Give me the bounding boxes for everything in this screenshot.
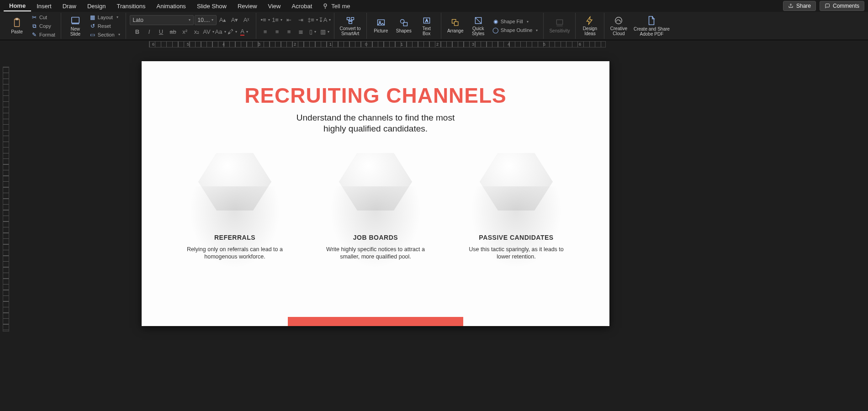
bullets-button[interactable]: •≡ — [260, 15, 271, 25]
picture-button[interactable]: Picture — [370, 13, 392, 39]
tab-design[interactable]: Design — [82, 1, 111, 11]
shape-outline-button[interactable]: ◯Shape Outline — [491, 26, 540, 34]
tab-view[interactable]: View — [263, 1, 286, 11]
tab-slideshow[interactable]: Slide Show — [191, 1, 232, 11]
decrease-font-icon: A▾ — [231, 16, 238, 23]
ruler-tick: 1 — [329, 42, 332, 47]
tab-draw[interactable]: Draw — [57, 1, 82, 11]
quick-styles-label: Quick Styles — [472, 26, 484, 36]
text-direction-icon: ↧A — [318, 16, 328, 23]
cut-button[interactable]: ✂Cut — [29, 13, 57, 21]
svg-rect-16 — [556, 20, 562, 24]
layout-button[interactable]: ▦Layout — [88, 13, 122, 21]
tab-home[interactable]: Home — [4, 0, 31, 11]
align-center-button[interactable]: ≡ — [272, 27, 283, 37]
font-name-select[interactable]: Lato — [130, 15, 194, 25]
tab-animations[interactable]: Animations — [151, 1, 191, 11]
comment-icon — [825, 3, 830, 9]
new-slide-button[interactable]: New Slide — [65, 13, 86, 39]
textbox-button[interactable]: A Text Box — [416, 13, 437, 39]
quick-styles-button[interactable]: Quick Styles — [468, 13, 489, 39]
strike-button[interactable]: ab — [168, 27, 179, 37]
column-heading[interactable]: PASSIVE CANDIDATES — [457, 234, 576, 241]
text-effects-button[interactable]: AV — [203, 27, 214, 37]
hexagon-shape[interactable] — [198, 150, 271, 214]
italic-button[interactable]: I — [144, 27, 155, 37]
line-spacing-icon: ‡≡ — [307, 16, 314, 23]
superscript-icon: x² — [182, 28, 187, 35]
align-vertical-button[interactable]: ▯ — [307, 27, 318, 37]
section-button[interactable]: ▭Section — [88, 31, 122, 39]
highlight-button[interactable]: 🖍 — [227, 27, 238, 37]
group-slides: New Slide ▦Layout ↺Reset ▭Section — [61, 13, 126, 39]
quick-styles-icon — [473, 16, 483, 25]
underline-button[interactable]: U — [156, 27, 167, 37]
paste-label: Paste — [11, 29, 23, 34]
decrease-font-button[interactable]: A▾ — [229, 15, 240, 25]
column-body[interactable]: Use this tactic sparingly, as it leads t… — [457, 246, 576, 260]
arrange-button[interactable]: Arrange — [445, 13, 466, 39]
shape-fill-button[interactable]: ◉Shape Fill — [491, 17, 540, 26]
creative-cloud-button[interactable]: Creative Cloud — [608, 13, 629, 39]
justify-button[interactable]: ≣ — [296, 27, 307, 37]
column-body[interactable]: Write highly specific notices to attract… — [316, 246, 435, 260]
column-job-boards[interactable]: JOB BOARDS Write highly specific notices… — [316, 150, 435, 260]
slide-subtitle[interactable]: Understand the channels to find the most… — [142, 112, 609, 134]
column-heading[interactable]: REFERRALS — [175, 234, 294, 241]
column-referrals[interactable]: REFERRALS Relying only on referrals can … — [175, 150, 294, 260]
align-right-button[interactable]: ≡ — [284, 27, 295, 37]
subscript-icon: x₂ — [194, 28, 200, 35]
column-body[interactable]: Relying only on referrals can lead to a … — [175, 246, 294, 260]
outdent-button[interactable]: ⇤ — [284, 15, 295, 25]
tab-review[interactable]: Review — [232, 1, 263, 11]
align-left-button[interactable]: ≡ — [260, 27, 271, 37]
superscript-button[interactable]: x² — [180, 27, 191, 37]
text-direction-button[interactable]: ↧A — [319, 15, 330, 25]
comments-button[interactable]: Comments — [820, 1, 864, 11]
design-ideas-button[interactable]: Design Ideas — [579, 13, 600, 39]
line-spacing-button[interactable]: ‡≡ — [307, 15, 318, 25]
vertical-ruler[interactable] — [0, 48, 12, 411]
columns-button[interactable]: ▥ — [319, 27, 330, 37]
format-painter-button[interactable]: ✎Format — [29, 31, 57, 39]
hexagon-shape[interactable] — [480, 150, 553, 214]
clear-format-button[interactable]: Aᵡ — [241, 15, 252, 25]
slide-title[interactable]: RECRUITING CHANNELS — [142, 83, 609, 108]
increase-font-button[interactable]: A▴ — [217, 15, 228, 25]
hexagon-shape[interactable] — [339, 150, 412, 214]
copy-button[interactable]: ⧉Copy — [29, 22, 57, 30]
group-sensitivity: Sensitivity — [544, 13, 576, 39]
align-left-icon: ≡ — [264, 28, 267, 35]
bold-button[interactable]: B — [132, 27, 143, 37]
horizontal-ruler[interactable]: 6 5 4 3 2 1 0 1 2 3 4 5 6 — [12, 40, 868, 48]
shapes-button[interactable]: Shapes — [393, 13, 414, 39]
tab-transitions[interactable]: Transitions — [111, 1, 151, 11]
adobe-pdf-button[interactable]: Create and Share Adobe PDF — [631, 13, 672, 39]
reset-button[interactable]: ↺Reset — [88, 22, 122, 30]
tab-acrobat[interactable]: Acrobat — [286, 1, 318, 11]
share-icon — [788, 3, 794, 9]
convert-smartart-button[interactable]: Convert to SmartArt — [338, 13, 363, 39]
share-button[interactable]: Share — [783, 1, 816, 11]
change-case-icon: Aa — [215, 28, 222, 35]
font-size-select[interactable]: 10.... — [195, 15, 217, 25]
change-case-button[interactable]: Aa — [215, 27, 226, 37]
group-smartart: Convert to SmartArt — [334, 13, 367, 39]
column-heading[interactable]: JOB BOARDS — [316, 234, 435, 241]
indent-button[interactable]: ⇥ — [296, 15, 307, 25]
ruler-tick: 6 — [152, 42, 154, 47]
paste-button[interactable]: Paste — [6, 13, 27, 39]
font-color-button[interactable]: A — [239, 27, 250, 37]
slide-canvas[interactable]: RECRUITING CHANNELS Understand the chann… — [142, 61, 609, 326]
accent-bar[interactable] — [288, 317, 463, 326]
subscript-button[interactable]: x₂ — [191, 27, 202, 37]
column-passive[interactable]: PASSIVE CANDIDATES Use this tactic spari… — [457, 150, 576, 260]
smartart-icon — [345, 16, 355, 25]
outdent-icon: ⇤ — [286, 16, 291, 23]
paste-icon — [12, 17, 22, 28]
sensitivity-button[interactable]: Sensitivity — [547, 13, 572, 39]
tab-insert[interactable]: Insert — [31, 1, 57, 11]
tell-me[interactable]: Tell me — [318, 1, 355, 11]
numbering-button[interactable]: 1≡ — [272, 15, 283, 25]
svg-point-17 — [615, 17, 622, 24]
